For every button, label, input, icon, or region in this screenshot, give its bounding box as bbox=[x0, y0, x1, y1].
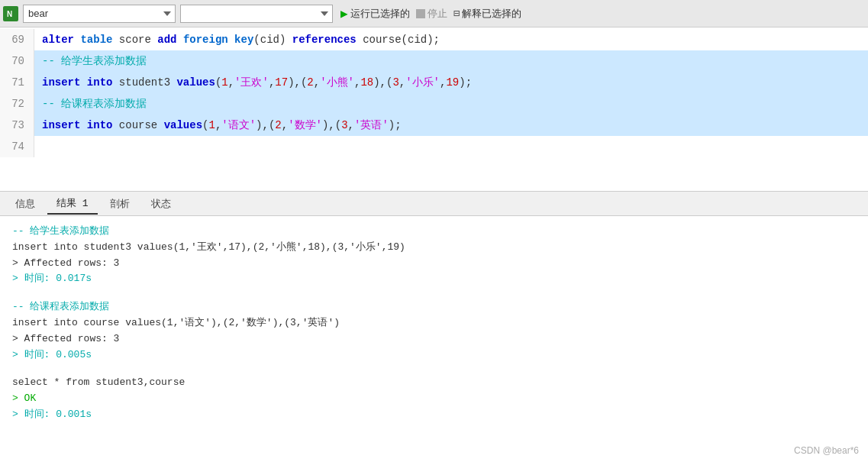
output-area[interactable]: -- 给学生表添加数据insert into student3 values(1… bbox=[0, 216, 868, 443]
table-select[interactable] bbox=[180, 5, 333, 23]
output-block: -- 给学生表添加数据insert into student3 values(1… bbox=[12, 224, 856, 287]
line-number: 71 bbox=[0, 72, 34, 93]
code-line: 69alter table score add foreign key(cid)… bbox=[0, 29, 868, 50]
database-select[interactable]: bear bbox=[23, 5, 176, 23]
line-number: 69 bbox=[0, 29, 34, 50]
output-line: insert into course values(1,'语文'),(2,'数学… bbox=[12, 315, 856, 331]
code-line: 73insert into course values(1,'语文'),(2,'… bbox=[0, 115, 868, 136]
explain-button[interactable]: ⊟ 解释已选择的 bbox=[453, 7, 521, 21]
line-content: -- 给学生表添加数据 bbox=[34, 50, 868, 72]
output-line: > Affected rows: 3 bbox=[12, 331, 856, 347]
toolbar-actions: ▶ 运行已选择的 停止 ⊟ 解释已选择的 bbox=[340, 6, 521, 21]
stop-icon bbox=[416, 9, 425, 18]
tab-信息[interactable]: 信息 bbox=[6, 194, 44, 214]
editor-area[interactable]: 69alter table score add foreign key(cid)… bbox=[0, 27, 868, 192]
stop-label: 停止 bbox=[428, 7, 447, 21]
output-line: > OK bbox=[12, 391, 856, 407]
bottom-panel: 信息结果 1剖析状态 -- 给学生表添加数据insert into studen… bbox=[0, 192, 868, 462]
line-content: -- 给课程表添加数据 bbox=[34, 93, 868, 115]
app-logo-icon: N bbox=[3, 6, 18, 21]
code-lines: 69alter table score add foreign key(cid)… bbox=[0, 27, 868, 157]
output-line: insert into student3 values(1,'王欢',17),(… bbox=[12, 240, 856, 256]
output-line: select * from student3,course bbox=[12, 375, 856, 391]
line-number: 72 bbox=[0, 93, 34, 115]
tab-结果 1[interactable]: 结果 1 bbox=[47, 193, 98, 215]
watermark: CSDN @bear*6 bbox=[794, 445, 859, 456]
bottom-container: -- 给学生表添加数据insert into student3 values(1… bbox=[0, 216, 868, 462]
line-content: alter table score add foreign key(cid) r… bbox=[34, 29, 868, 50]
toolbar: N bear ▶ 运行已选择的 停止 ⊟ 解释已选择的 bbox=[0, 0, 868, 27]
output-block: -- 给课程表添加数据insert into course values(1,'… bbox=[12, 299, 856, 363]
code-line: 74 bbox=[0, 136, 868, 157]
line-content: insert into course values(1,'语文'),(2,'数学… bbox=[34, 115, 868, 136]
output-line: -- 给学生表添加数据 bbox=[12, 224, 856, 240]
output-line: > 时间: 0.005s bbox=[12, 347, 856, 363]
play-icon: ▶ bbox=[340, 6, 348, 21]
line-number: 70 bbox=[0, 50, 34, 72]
line-number: 73 bbox=[0, 115, 34, 136]
output-line: > Affected rows: 3 bbox=[12, 256, 856, 272]
line-number: 74 bbox=[0, 136, 34, 157]
output-block: select * from student3,course> OK> 时间: 0… bbox=[12, 375, 856, 422]
output-line: > 时间: 0.017s bbox=[12, 271, 856, 287]
run-button[interactable]: ▶ 运行已选择的 bbox=[340, 6, 410, 21]
svg-text:N: N bbox=[7, 10, 12, 18]
output-line: > 时间: 0.001s bbox=[12, 407, 856, 423]
run-label: 运行已选择的 bbox=[350, 7, 410, 21]
tab-状态[interactable]: 状态 bbox=[142, 194, 180, 214]
toolbar-left: N bear bbox=[3, 5, 333, 23]
code-line: 72-- 给课程表添加数据 bbox=[0, 93, 868, 115]
stop-button[interactable]: 停止 bbox=[416, 7, 447, 21]
code-line: 70-- 给学生表添加数据 bbox=[0, 50, 868, 72]
code-line: 71insert into student3 values(1,'王欢',17)… bbox=[0, 72, 868, 93]
explain-label: 解释已选择的 bbox=[462, 7, 521, 21]
explain-icon: ⊟ bbox=[453, 7, 460, 20]
line-content: insert into student3 values(1,'王欢',17),(… bbox=[34, 72, 868, 93]
tabs-bar: 信息结果 1剖析状态 bbox=[0, 192, 868, 216]
output-line: -- 给课程表添加数据 bbox=[12, 299, 856, 315]
tab-剖析[interactable]: 剖析 bbox=[101, 194, 139, 214]
